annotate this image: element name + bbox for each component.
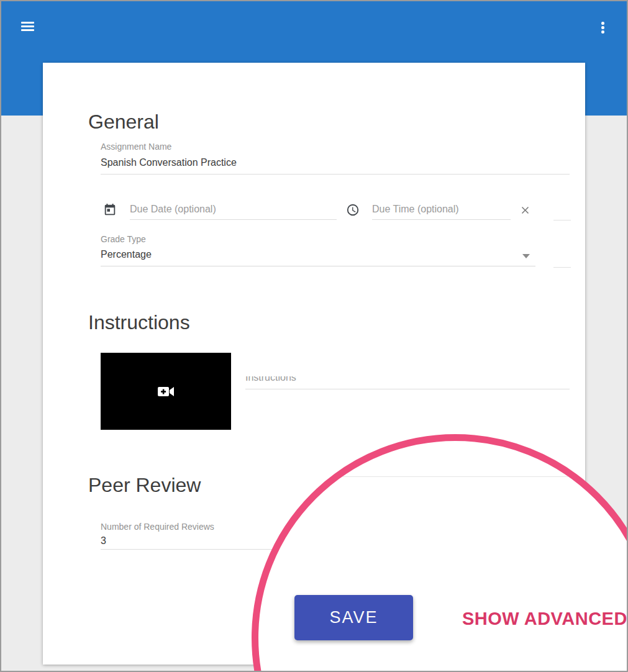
grade-type-value: Percentage xyxy=(101,249,152,260)
assignment-name-input[interactable] xyxy=(101,157,570,175)
app-window: General Assignment Name Grade Type Perce… xyxy=(0,0,628,672)
clear-due-time-icon[interactable] xyxy=(519,204,531,216)
save-button[interactable]: SAVE xyxy=(294,595,413,640)
clock-icon[interactable] xyxy=(346,203,360,217)
grade-type-label: Grade Type xyxy=(101,234,146,244)
required-reviews-label: Number of Required Reviews xyxy=(101,522,214,532)
assignment-name-label: Assignment Name xyxy=(101,142,171,152)
add-video-tile[interactable] xyxy=(101,353,231,430)
grade-type-select[interactable]: Percentage xyxy=(101,249,535,266)
section-title-instructions: Instructions xyxy=(88,311,190,334)
menu-icon[interactable] xyxy=(21,22,34,31)
overflow-menu-icon[interactable] xyxy=(599,21,607,35)
clipped-field-underline xyxy=(553,220,571,220)
due-time-input[interactable] xyxy=(372,203,511,220)
calendar-icon[interactable] xyxy=(103,203,117,217)
section-title-peer-review: Peer Review xyxy=(88,474,201,497)
caret-down-icon xyxy=(522,254,530,258)
show-advanced-button[interactable]: SHOW ADVANCED xyxy=(462,609,627,629)
instructions-input[interactable] xyxy=(245,376,570,389)
section-title-general: General xyxy=(88,111,159,134)
due-date-input[interactable] xyxy=(130,203,337,220)
section-divider xyxy=(332,476,593,477)
video-camera-add-icon xyxy=(158,386,174,397)
clipped-field-underline xyxy=(553,267,571,268)
